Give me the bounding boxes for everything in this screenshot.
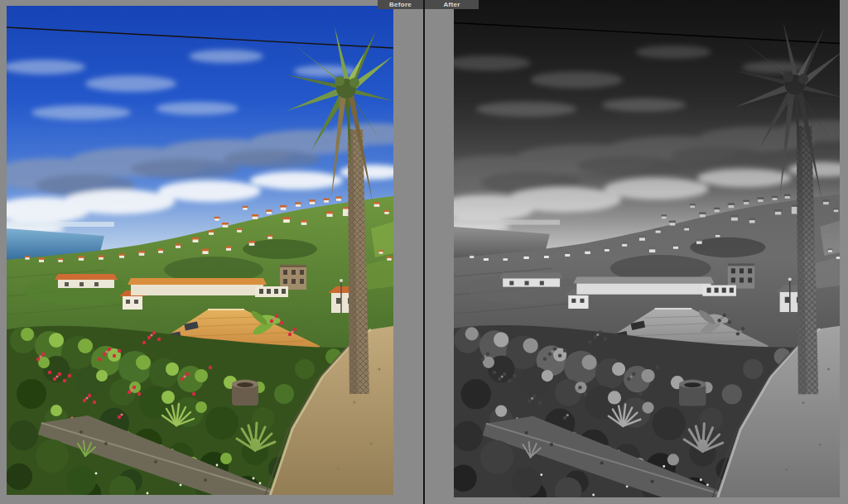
after-label-tab: After xyxy=(425,0,479,9)
before-label-tab: Before xyxy=(378,0,423,9)
after-photo[interactable] xyxy=(454,0,840,497)
before-photo-image xyxy=(7,6,393,495)
after-photo-image xyxy=(454,0,840,497)
after-label: After xyxy=(443,1,460,8)
before-photo[interactable] xyxy=(7,6,393,495)
compare-workspace: Before After xyxy=(0,0,848,504)
pane-divider xyxy=(423,0,425,504)
before-label: Before xyxy=(389,1,412,8)
